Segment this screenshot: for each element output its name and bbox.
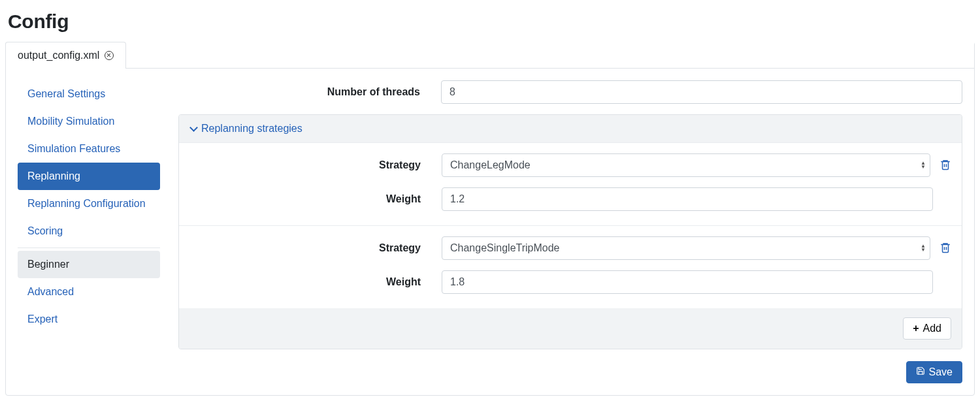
select-strategy-value: ChangeSingleTripMode bbox=[450, 242, 560, 253]
chevron-down-icon bbox=[189, 125, 197, 133]
input-number-of-threads[interactable] bbox=[441, 80, 962, 104]
page-title: Config bbox=[8, 10, 975, 33]
select-stepper-icon: ▲▼ bbox=[921, 161, 926, 169]
accordion-header[interactable]: Replanning strategies bbox=[179, 115, 962, 142]
strategy-row: Strategy ChangeSingleTripMode ▲▼ bbox=[179, 225, 962, 308]
config-panel: output_config.xml General Settings Mobil… bbox=[5, 42, 975, 396]
sidebar-item-mobility-simulation[interactable]: Mobility Simulation bbox=[18, 108, 160, 135]
plus-icon: + bbox=[913, 323, 919, 334]
save-button-label: Save bbox=[929, 366, 953, 378]
select-stepper-icon: ▲▼ bbox=[921, 244, 926, 252]
trash-icon bbox=[939, 159, 951, 170]
label-strategy: Strategy bbox=[189, 159, 421, 171]
sidebar-item-advanced[interactable]: Advanced bbox=[18, 278, 160, 306]
add-button-label: Add bbox=[923, 323, 941, 334]
label-weight: Weight bbox=[189, 193, 421, 205]
sidebar-main-section: General Settings Mobility Simulation Sim… bbox=[18, 80, 160, 245]
save-button[interactable]: Save bbox=[906, 361, 962, 383]
tab-bar: output_config.xml bbox=[6, 42, 974, 69]
strategy-row: Strategy ChangeLegMode ▲▼ bbox=[179, 142, 962, 225]
input-weight[interactable] bbox=[442, 270, 933, 294]
row-number-of-threads: Number of threads bbox=[178, 80, 962, 104]
input-weight[interactable] bbox=[442, 187, 933, 211]
sidebar-item-expert[interactable]: Expert bbox=[18, 306, 160, 333]
select-strategy[interactable]: ChangeSingleTripMode ▲▼ bbox=[442, 236, 930, 260]
trash-icon bbox=[939, 242, 951, 253]
delete-strategy-button[interactable] bbox=[937, 157, 951, 173]
select-strategy-value: ChangeLegMode bbox=[450, 159, 531, 170]
tab-output-config[interactable]: output_config.xml bbox=[5, 42, 126, 69]
sidebar-level-section: Beginner Advanced Expert bbox=[18, 247, 160, 333]
sidebar-item-general-settings[interactable]: General Settings bbox=[18, 80, 160, 108]
sidebar-item-replanning[interactable]: Replanning bbox=[18, 163, 160, 190]
save-bar: Save bbox=[178, 349, 962, 383]
sidebar: General Settings Mobility Simulation Sim… bbox=[18, 80, 160, 333]
sidebar-item-replanning-configuration[interactable]: Replanning Configuration bbox=[18, 190, 160, 217]
tab-label: output_config.xml bbox=[18, 50, 99, 61]
main-form: Number of threads Replanning strategies … bbox=[178, 80, 962, 383]
sidebar-item-scoring[interactable]: Scoring bbox=[18, 217, 160, 245]
accordion-title: Replanning strategies bbox=[201, 123, 302, 135]
close-icon[interactable] bbox=[105, 51, 114, 60]
label-number-of-threads: Number of threads bbox=[178, 86, 420, 98]
select-strategy[interactable]: ChangeLegMode ▲▼ bbox=[442, 153, 930, 177]
label-strategy: Strategy bbox=[189, 242, 421, 254]
add-strategy-button[interactable]: + Add bbox=[903, 317, 951, 340]
save-icon bbox=[916, 366, 925, 378]
tab-body: General Settings Mobility Simulation Sim… bbox=[6, 69, 974, 395]
replanning-strategies-accordion: Replanning strategies Strategy ChangeLeg… bbox=[178, 114, 962, 349]
label-weight: Weight bbox=[189, 276, 421, 288]
accordion-footer: + Add bbox=[179, 308, 962, 349]
sidebar-item-beginner[interactable]: Beginner bbox=[18, 251, 160, 278]
sidebar-item-simulation-features[interactable]: Simulation Features bbox=[18, 135, 160, 163]
delete-strategy-button[interactable] bbox=[937, 240, 951, 256]
